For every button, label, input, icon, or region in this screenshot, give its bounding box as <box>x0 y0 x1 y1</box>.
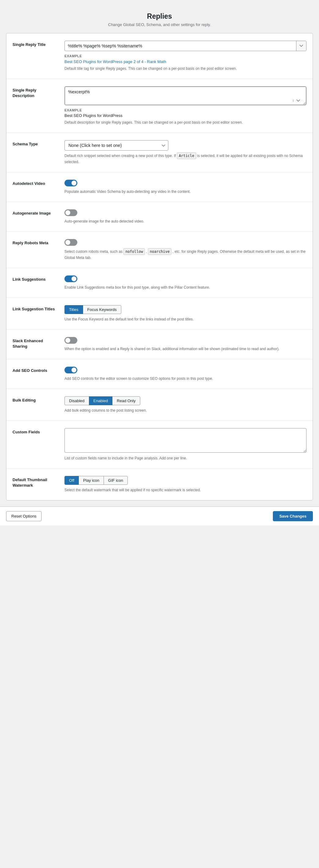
bulk-editing-row: Bulk Editing Disabled Enabled Read Only … <box>6 389 313 421</box>
link-suggestions-slider <box>65 275 77 282</box>
link-suggestions-toggle[interactable] <box>65 275 77 282</box>
autodetect-video-content: Populate automatic Video Schema by auto-… <box>65 180 307 194</box>
custom-fields-textarea[interactable] <box>65 428 307 453</box>
autodetect-video-row: Autodetect Video Populate automatic Vide… <box>6 172 313 202</box>
single-reply-description-input-wrapper <box>65 86 307 105</box>
slack-enhanced-sharing-content: When the option is enabled and a Reply i… <box>65 337 307 352</box>
link-suggestion-titles-content: Titles Focus Keywords Use the Focus Keyw… <box>65 305 307 322</box>
custom-fields-label: Custom Fields <box>12 428 58 435</box>
single-reply-title-example-link[interactable]: Best SEO Plugins for WordPress page 2 of… <box>65 59 166 64</box>
settings-card: Single Reply Title EXAMPLE Best SEO Plug… <box>6 33 313 500</box>
add-seo-controls-row: Add SEO Controls Add SEO controls for th… <box>6 359 313 389</box>
single-reply-description-example-text: Best SEO Plugins for WordPress <box>65 113 307 118</box>
reply-robots-meta-toggle[interactable] <box>65 239 77 246</box>
add-seo-controls-toggle[interactable] <box>65 367 77 373</box>
link-suggestion-titles-btngroup: Titles Focus Keywords <box>65 305 307 314</box>
custom-fields-row: Custom Fields List of custom fields name… <box>6 421 313 469</box>
single-reply-title-example-label: EXAMPLE <box>65 54 307 58</box>
bulk-editing-content: Disabled Enabled Read Only Add bulk edit… <box>65 396 307 413</box>
autogenerate-image-help: Auto-generate image for the auto detecte… <box>65 219 307 224</box>
autogenerate-image-label: Autogenerate Image <box>12 209 58 216</box>
add-seo-controls-content: Add SEO controls for the editor screen t… <box>65 367 307 381</box>
schema-type-select-wrapper: None (Click here to set one) Article Boo… <box>65 140 168 151</box>
default-thumbnail-watermark-btngroup: Off Play icon GIF icon <box>65 476 307 485</box>
default-thumbnail-watermark-btn-play[interactable]: Play icon <box>78 476 104 485</box>
schema-type-help: Default rich snippet selected when creat… <box>65 152 307 165</box>
autodetect-video-slider <box>65 180 77 186</box>
default-thumbnail-watermark-content: Off Play icon GIF icon Select the defaul… <box>65 476 307 493</box>
link-suggestions-help: Enable Link Suggestions meta box for thi… <box>65 285 307 290</box>
slack-enhanced-sharing-help: When the option is enabled and a Reply i… <box>65 346 307 352</box>
bulk-editing-label: Bulk Editing <box>12 396 58 403</box>
nofollow-badge: nofollow <box>123 248 145 255</box>
reply-robots-meta-label: Reply Robots Meta <box>12 239 58 246</box>
slack-enhanced-sharing-label: Slack Enhanced Sharing <box>12 337 58 349</box>
single-reply-title-content: EXAMPLE Best SEO Plugins for WordPress p… <box>65 41 307 71</box>
default-thumbnail-watermark-label: Default Thumbnail Watermark <box>12 476 58 488</box>
schema-type-code-badge: Article <box>177 152 196 159</box>
link-suggestions-label: Link Suggestions <box>12 275 58 282</box>
autodetect-video-label: Autodetect Video <box>12 180 58 186</box>
custom-fields-content: List of custom fields name to include in… <box>65 428 307 461</box>
link-suggestion-titles-btn-titles[interactable]: Titles <box>65 305 83 314</box>
single-reply-description-dropdown[interactable] <box>293 99 303 102</box>
default-thumbnail-watermark-help: Select the default watermark that will b… <box>65 487 307 493</box>
schema-type-select[interactable]: None (Click here to set one) Article Boo… <box>65 140 168 151</box>
bulk-editing-btn-readonly[interactable]: Read Only <box>112 396 140 405</box>
link-suggestion-titles-label: Link Suggestion Titles <box>12 305 58 312</box>
default-thumbnail-watermark-row: Default Thumbnail Watermark Off Play ico… <box>6 469 313 500</box>
slack-enhanced-sharing-slider <box>65 337 77 344</box>
bulk-editing-btn-enabled[interactable]: Enabled <box>89 396 113 405</box>
custom-fields-help: List of custom fields name to include in… <box>65 456 307 461</box>
autogenerate-image-slider <box>65 209 77 216</box>
single-reply-description-help: Default description for single Reply pag… <box>65 120 307 125</box>
schema-type-row: Schema Type None (Click here to set one)… <box>6 133 313 172</box>
footer-bar: Reset Options Save Changes <box>0 506 319 526</box>
slack-enhanced-sharing-toggle[interactable] <box>65 337 77 344</box>
add-seo-controls-label: Add SEO Controls <box>12 367 58 373</box>
page-title: Replies <box>0 12 319 21</box>
reply-robots-meta-content: Select custom robots meta, such as nofol… <box>65 239 307 260</box>
link-suggestion-titles-btn-focus[interactable]: Focus Keywords <box>83 305 121 314</box>
reply-robots-meta-help: Select custom robots meta, such as nofol… <box>65 248 307 260</box>
page-subtitle: Change Global SEO, Schema, and other set… <box>0 22 319 27</box>
save-button[interactable]: Save Changes <box>273 511 313 521</box>
single-reply-title-input[interactable] <box>65 41 296 51</box>
single-reply-description-row: Single Reply Description EXAMPLE Best SE… <box>6 79 313 133</box>
slack-enhanced-sharing-row: Slack Enhanced Sharing When the option i… <box>6 330 313 359</box>
noarchive-badge: noarchive <box>148 248 171 255</box>
autogenerate-image-content: Auto-generate image for the auto detecte… <box>65 209 307 224</box>
bulk-editing-btn-disabled[interactable]: Disabled <box>65 396 89 405</box>
autodetect-video-toggle[interactable] <box>65 180 77 186</box>
single-reply-title-label: Single Reply Title <box>12 41 58 48</box>
autogenerate-image-row: Autogenerate Image Auto-generate image f… <box>6 202 313 232</box>
link-suggestions-content: Enable Link Suggestions meta box for thi… <box>65 275 307 290</box>
reset-button[interactable]: Reset Options <box>6 511 41 521</box>
default-thumbnail-watermark-btn-off[interactable]: Off <box>65 476 79 485</box>
single-reply-description-input[interactable] <box>65 87 306 105</box>
single-reply-title-dropdown[interactable] <box>296 41 306 51</box>
add-seo-controls-help: Add SEO controls for the editor screen t… <box>65 376 307 381</box>
link-suggestions-row: Link Suggestions Enable Link Suggestions… <box>6 268 313 298</box>
add-seo-controls-slider <box>65 367 77 373</box>
default-thumbnail-watermark-btn-gif[interactable]: GIF icon <box>104 476 128 485</box>
bulk-editing-btngroup: Disabled Enabled Read Only <box>65 396 307 405</box>
single-reply-description-example-label: EXAMPLE <box>65 108 307 112</box>
single-reply-description-content: EXAMPLE Best SEO Plugins for WordPress D… <box>65 86 307 125</box>
bulk-editing-help: Add bulk editing columns to the post lis… <box>65 408 307 413</box>
single-reply-title-input-wrapper <box>65 41 307 51</box>
autodetect-video-help: Populate automatic Video Schema by auto-… <box>65 189 307 194</box>
single-reply-title-help: Default title tag for single Reply pages… <box>65 66 307 71</box>
reply-robots-meta-slider <box>65 239 77 246</box>
autogenerate-image-toggle[interactable] <box>65 209 77 216</box>
link-suggestion-titles-help: Use the Focus Keyword as the default tex… <box>65 316 307 322</box>
reply-robots-meta-row: Reply Robots Meta Select custom robots m… <box>6 232 313 268</box>
schema-type-content: None (Click here to set one) Article Boo… <box>65 140 307 165</box>
schema-type-label: Schema Type <box>12 140 58 147</box>
single-reply-title-row: Single Reply Title EXAMPLE Best SEO Plug… <box>6 33 313 79</box>
link-suggestion-titles-row: Link Suggestion Titles Titles Focus Keyw… <box>6 298 313 330</box>
single-reply-description-label: Single Reply Description <box>12 86 58 98</box>
